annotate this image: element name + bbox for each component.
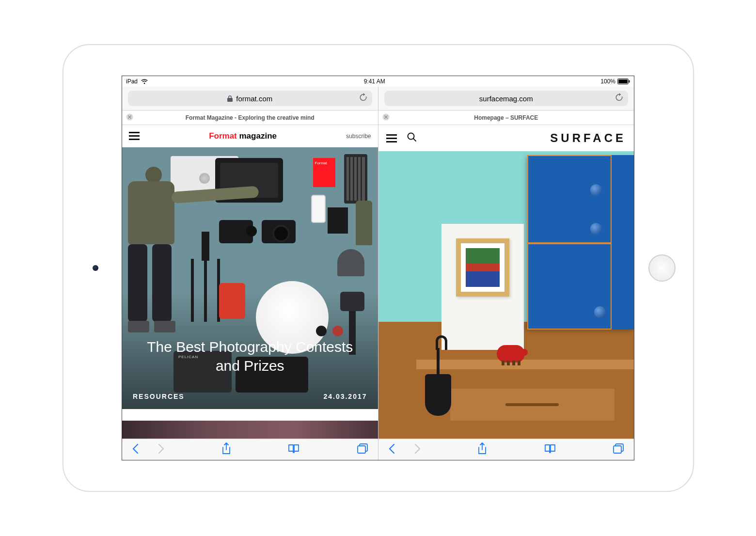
red-pig-figurine (497, 345, 525, 363)
hero-date: 24.03.2017 (323, 393, 367, 400)
surface-hero[interactable] (378, 151, 634, 439)
format-hero[interactable]: The Best Photography Contests and Prizes… (122, 147, 378, 409)
hamburger-icon[interactable] (386, 134, 397, 142)
hamburger-icon[interactable] (129, 132, 140, 140)
umbrella (425, 335, 451, 418)
tab-title-row: Homepage – SURFACE (378, 110, 634, 125)
format-logo[interactable]: Format magazine (209, 131, 277, 141)
blue-cabinet (527, 155, 634, 330)
address-bar-row: surfacemag.com (378, 87, 634, 110)
screen: iPad 9:41 AM 100% (122, 76, 634, 460)
forward-icon (158, 443, 165, 456)
battery-icon (617, 79, 630, 84)
page-content-left[interactable]: Format magazine subscribe (122, 125, 378, 439)
close-tab-icon[interactable] (126, 113, 133, 122)
url-host: surfacemag.com (479, 95, 533, 103)
tab-title-row: Format Magazine - Exploring the creative… (122, 110, 378, 125)
status-bar: iPad 9:41 AM 100% (122, 76, 634, 87)
tab-title: Homepage – SURFACE (378, 114, 634, 121)
split-pane-right: surfacemag.com Homepage – SURFACE (378, 87, 634, 460)
hero-category: RESOURCES (133, 393, 185, 400)
next-article-preview[interactable] (122, 421, 378, 439)
share-icon[interactable] (477, 442, 487, 457)
framed-artwork (456, 238, 509, 297)
close-tab-icon[interactable] (382, 113, 390, 122)
clock: 9:41 AM (364, 78, 385, 85)
bottom-toolbar-right (378, 439, 634, 460)
subscribe-link[interactable]: subscribe (346, 133, 371, 140)
address-bar[interactable]: format.com (128, 91, 372, 106)
svg-rect-1 (618, 79, 628, 83)
reload-icon[interactable] (615, 93, 623, 104)
tabs-icon[interactable] (613, 443, 624, 456)
back-icon[interactable] (388, 443, 395, 456)
forward-icon (414, 443, 421, 456)
address-bar-row: format.com (122, 87, 378, 110)
bookmarks-icon[interactable] (544, 443, 556, 456)
tab-title: Format Magazine - Exploring the creative… (122, 114, 378, 121)
hero-title: The Best Photography Contests and Prizes (133, 337, 367, 375)
surface-logo[interactable]: SURFACE (550, 131, 626, 145)
back-icon[interactable] (132, 443, 139, 456)
battery-percent: 100% (600, 78, 615, 85)
reload-icon[interactable] (359, 93, 367, 104)
svg-rect-2 (629, 80, 630, 83)
front-camera (93, 265, 98, 271)
bookmarks-icon[interactable] (287, 443, 300, 456)
surface-header: SURFACE (378, 125, 634, 151)
format-header: Format magazine subscribe (122, 125, 378, 147)
ipad-device-frame: iPad 9:41 AM 100% (63, 44, 694, 492)
svg-rect-9 (614, 446, 621, 453)
wifi-icon (141, 79, 148, 84)
svg-rect-5 (358, 446, 365, 453)
page-content-right[interactable]: SURFACE (378, 125, 634, 439)
home-button[interactable] (648, 254, 676, 282)
lock-icon (227, 95, 233, 102)
address-bar[interactable]: surfacemag.com (384, 91, 629, 106)
url-host: format.com (236, 95, 272, 103)
bottom-toolbar-left (122, 439, 378, 460)
device-label: iPad (126, 78, 138, 85)
search-icon[interactable] (407, 132, 417, 144)
split-pane-left: format.com Format Magazine - Exploring t… (122, 87, 378, 460)
hero-overlay-text: The Best Photography Contests and Prizes… (122, 337, 378, 400)
tabs-icon[interactable] (357, 443, 368, 456)
share-icon[interactable] (221, 442, 231, 457)
